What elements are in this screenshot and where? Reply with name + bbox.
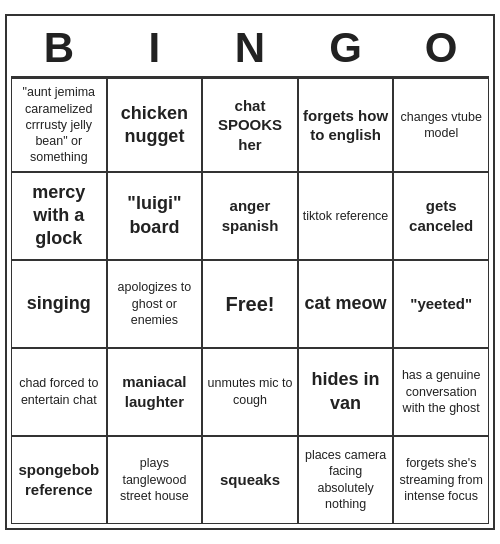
bingo-letter-n: N (202, 20, 298, 76)
bingo-card: BINGO "aunt jemima caramelized crrrusty … (5, 14, 495, 529)
bingo-cell-15: chad forced to entertain chat (11, 348, 107, 436)
bingo-header: BINGO (11, 20, 489, 76)
bingo-cell-10: singing (11, 260, 107, 348)
bingo-cell-20: spongebob reference (11, 436, 107, 524)
bingo-cell-22: squeaks (202, 436, 298, 524)
bingo-letter-b: B (11, 20, 107, 76)
bingo-cell-7: anger spanish (202, 172, 298, 260)
bingo-cell-12: Free! (202, 260, 298, 348)
bingo-cell-23: places camera facing absolutely nothing (298, 436, 394, 524)
bingo-cell-18: hides in van (298, 348, 394, 436)
bingo-cell-17: unmutes mic to cough (202, 348, 298, 436)
bingo-cell-21: plays tanglewood street house (107, 436, 203, 524)
bingo-cell-0: "aunt jemima caramelized crrrusty jelly … (11, 78, 107, 171)
bingo-cell-13: cat meow (298, 260, 394, 348)
bingo-cell-5: mercy with a glock (11, 172, 107, 260)
bingo-cell-19: has a genuine conversation with the ghos… (393, 348, 489, 436)
bingo-cell-4: changes vtube model (393, 78, 489, 171)
bingo-cell-9: gets canceled (393, 172, 489, 260)
bingo-letter-g: G (298, 20, 394, 76)
bingo-letter-o: O (393, 20, 489, 76)
bingo-cell-16: maniacal laughter (107, 348, 203, 436)
bingo-grid: "aunt jemima caramelized crrrusty jelly … (11, 76, 489, 523)
bingo-cell-24: forgets she's streaming from intense foc… (393, 436, 489, 524)
bingo-cell-6: "luigi" board (107, 172, 203, 260)
bingo-cell-8: tiktok reference (298, 172, 394, 260)
bingo-cell-14: "yeeted" (393, 260, 489, 348)
bingo-cell-11: apologizes to ghost or enemies (107, 260, 203, 348)
bingo-letter-i: I (107, 20, 203, 76)
bingo-cell-2: chat SPOOKS her (202, 78, 298, 171)
bingo-cell-3: forgets how to english (298, 78, 394, 171)
bingo-cell-1: chicken nugget (107, 78, 203, 171)
